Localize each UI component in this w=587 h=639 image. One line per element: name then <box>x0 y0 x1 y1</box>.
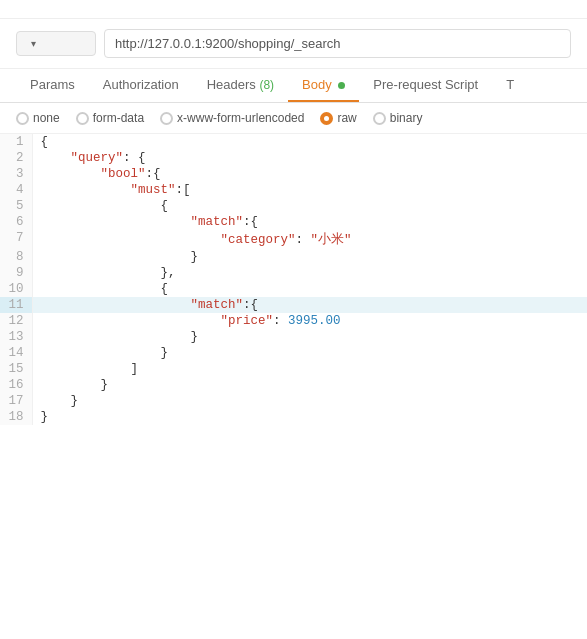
line-code: "must":[ <box>32 182 587 198</box>
headers-badge: (8) <box>259 78 274 92</box>
body-type-row: none form-data x-www-form-urlencoded raw… <box>0 103 587 134</box>
radio-form-data[interactable]: form-data <box>76 111 144 125</box>
radio-binary[interactable]: binary <box>373 111 423 125</box>
table-row: 12 "price": 3995.00 <box>0 313 587 329</box>
tab-tests[interactable]: T <box>492 69 528 102</box>
line-number: 2 <box>0 150 32 166</box>
line-number: 10 <box>0 281 32 297</box>
table-row: 16 } <box>0 377 587 393</box>
tab-headers[interactable]: Headers (8) <box>193 69 288 102</box>
line-code: "bool":{ <box>32 166 587 182</box>
line-code: { <box>32 281 587 297</box>
line-number: 12 <box>0 313 32 329</box>
line-number: 15 <box>0 361 32 377</box>
table-row: 2 "query": { <box>0 150 587 166</box>
line-code: { <box>32 134 587 150</box>
table-row: 4 "must":[ <box>0 182 587 198</box>
line-number: 6 <box>0 214 32 230</box>
radio-label-raw: raw <box>337 111 356 125</box>
table-row: 11 "match":{ <box>0 297 587 313</box>
radio-circle-none <box>16 112 29 125</box>
table-row: 8 } <box>0 249 587 265</box>
table-row: 1{ <box>0 134 587 150</box>
radio-circle-form-data <box>76 112 89 125</box>
table-row: 10 { <box>0 281 587 297</box>
code-editor[interactable]: 1{2 "query": {3 "bool":{4 "must":[5 {6 "… <box>0 134 587 425</box>
line-code: } <box>32 409 587 425</box>
line-code: "price": 3995.00 <box>32 313 587 329</box>
tab-authorization[interactable]: Authorization <box>89 69 193 102</box>
line-code: } <box>32 329 587 345</box>
table-row: 5 { <box>0 198 587 214</box>
chevron-down-icon: ▾ <box>31 38 36 49</box>
radio-raw[interactable]: raw <box>320 111 356 125</box>
table-row: 14 } <box>0 345 587 361</box>
radio-none[interactable]: none <box>16 111 60 125</box>
line-code: } <box>32 249 587 265</box>
line-code: }, <box>32 265 587 281</box>
line-number: 11 <box>0 297 32 313</box>
code-table: 1{2 "query": {3 "bool":{4 "must":[5 {6 "… <box>0 134 587 425</box>
table-row: 18} <box>0 409 587 425</box>
line-number: 8 <box>0 249 32 265</box>
request-bar: ▾ <box>0 19 587 69</box>
tab-pre-request[interactable]: Pre-request Script <box>359 69 492 102</box>
table-row: 17 } <box>0 393 587 409</box>
radio-label-binary: binary <box>390 111 423 125</box>
line-number: 1 <box>0 134 32 150</box>
radio-circle-urlencoded <box>160 112 173 125</box>
line-number: 3 <box>0 166 32 182</box>
line-code: "query": { <box>32 150 587 166</box>
line-number: 7 <box>0 230 32 249</box>
method-select[interactable]: ▾ <box>16 31 96 56</box>
line-number: 4 <box>0 182 32 198</box>
table-row: 3 "bool":{ <box>0 166 587 182</box>
radio-label-form-data: form-data <box>93 111 144 125</box>
line-number: 17 <box>0 393 32 409</box>
radio-urlencoded[interactable]: x-www-form-urlencoded <box>160 111 304 125</box>
line-code: } <box>32 393 587 409</box>
line-code: "match":{ <box>32 214 587 230</box>
tab-params[interactable]: Params <box>16 69 89 102</box>
line-number: 9 <box>0 265 32 281</box>
url-input[interactable] <box>104 29 571 58</box>
radio-circle-raw <box>320 112 333 125</box>
line-number: 14 <box>0 345 32 361</box>
tab-body[interactable]: Body <box>288 69 359 102</box>
line-code: } <box>32 377 587 393</box>
tabs-bar: Params Authorization Headers (8) Body Pr… <box>0 69 587 103</box>
radio-label-none: none <box>33 111 60 125</box>
line-code: { <box>32 198 587 214</box>
line-code: "match":{ <box>32 297 587 313</box>
table-row: 9 }, <box>0 265 587 281</box>
body-dot <box>338 82 345 89</box>
line-number: 16 <box>0 377 32 393</box>
table-row: 6 "match":{ <box>0 214 587 230</box>
table-row: 7 "category": "小米" <box>0 230 587 249</box>
line-code: ] <box>32 361 587 377</box>
line-number: 18 <box>0 409 32 425</box>
breadcrumb <box>0 0 587 19</box>
line-number: 13 <box>0 329 32 345</box>
radio-circle-binary <box>373 112 386 125</box>
radio-label-urlencoded: x-www-form-urlencoded <box>177 111 304 125</box>
line-code: "category": "小米" <box>32 230 587 249</box>
line-code: } <box>32 345 587 361</box>
table-row: 13 } <box>0 329 587 345</box>
table-row: 15 ] <box>0 361 587 377</box>
line-number: 5 <box>0 198 32 214</box>
